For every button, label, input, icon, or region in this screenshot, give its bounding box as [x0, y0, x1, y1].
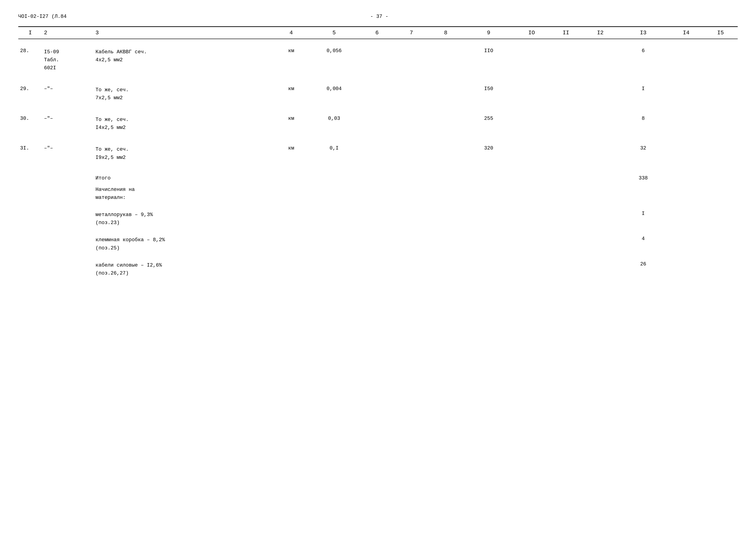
summary-nacisleniya-row: Начисления наматериалн:	[18, 183, 738, 204]
summary-metallorukav-label: металлорукав – 9,3%(поз.23)	[94, 208, 274, 229]
row-30-desc: То же, сеч.I4x2,5 мм2	[94, 113, 274, 134]
spacer	[18, 104, 738, 113]
row-31-col9: 320	[463, 143, 514, 164]
header-center: - 37 -	[370, 14, 388, 19]
col-header-11: II	[549, 27, 583, 39]
row-29-col10	[514, 84, 549, 104]
table-row: 30. –"– То же, сеч.I4x2,5 мм2 км 0,03 25…	[18, 113, 738, 134]
row-29-desc: То же, сеч.7x2,5 мм2	[94, 84, 274, 104]
row-29-ref: –"–	[42, 84, 93, 104]
row-28-desc: Кабель АКВВГ сеч.4x2,5 мм2	[94, 46, 274, 74]
row-30-col14	[669, 113, 703, 134]
summary-metallorukav-col13: I	[617, 208, 669, 229]
row-31-num: 3I.	[18, 143, 42, 164]
row-31-col13: 32	[617, 143, 669, 164]
row-30-col8	[429, 113, 463, 134]
spacer	[18, 74, 738, 84]
row-31-ref: –"–	[42, 143, 93, 164]
row-28-col10	[514, 46, 549, 74]
col-header-3: 3	[94, 27, 274, 39]
row-29-col5: 0,004	[309, 84, 360, 104]
row-31-unit: км	[274, 143, 309, 164]
row-31-col14	[669, 143, 703, 164]
summary-itogo-label: Итого	[94, 173, 274, 183]
row-28-col5: 0,056	[309, 46, 360, 74]
summary-nacisleniya-label: Начисления наматериалн:	[94, 183, 274, 204]
main-table: I 2 3 4 5 6 7 8 9 IO II I2 I3 I4 I5 28.	[18, 26, 738, 280]
summary-itogo-num	[18, 173, 42, 183]
row-28-unit: км	[274, 46, 309, 74]
spacer	[18, 39, 738, 46]
row-30-unit: км	[274, 113, 309, 134]
row-28-col13: 6	[617, 46, 669, 74]
row-29-col7	[394, 84, 429, 104]
row-30-ref: –"–	[42, 113, 93, 134]
row-31-col15	[703, 143, 738, 164]
summary-klemmnaya-col13: 4	[617, 234, 669, 254]
row-30-num: 30.	[18, 113, 42, 134]
col-header-10: IO	[514, 27, 549, 39]
col-header-7: 7	[394, 27, 429, 39]
row-29-col8	[429, 84, 463, 104]
row-29-num: 29.	[18, 84, 42, 104]
row-31-desc: То же, сеч.I9x2,5 мм2	[94, 143, 274, 164]
col-header-2: 2	[42, 27, 93, 39]
row-30-col7	[394, 113, 429, 134]
row-31-col6	[360, 143, 394, 164]
row-29-col9: I50	[463, 84, 514, 104]
row-28-ref: I5-09Табл.602I	[42, 46, 93, 74]
row-31-col5: 0,I	[309, 143, 360, 164]
col-header-15: I5	[703, 27, 738, 39]
col-header-9: 9	[463, 27, 514, 39]
col-header-12: I2	[583, 27, 617, 39]
row-28-col8	[429, 46, 463, 74]
table-row: 28. I5-09Табл.602I Кабель АКВВГ сеч.4x2,…	[18, 46, 738, 74]
summary-klemmnaya-row: клеммная коробка – 8,2%(поз.25) 4	[18, 234, 738, 254]
col-header-13: I3	[617, 27, 669, 39]
row-30-col13: 8	[617, 113, 669, 134]
row-31-col8	[429, 143, 463, 164]
row-29-col11	[549, 84, 583, 104]
spacer	[18, 229, 738, 234]
table-row: 29. –"– То же, сеч.7x2,5 мм2 км 0,004 I5…	[18, 84, 738, 104]
summary-kabeli-col13: 26	[617, 259, 669, 280]
spacer	[18, 134, 738, 143]
summary-itogo-col13: 338	[617, 173, 669, 183]
row-31-col12	[583, 143, 617, 164]
col-header-14: I4	[669, 27, 703, 39]
row-29-col6	[360, 84, 394, 104]
column-header-row: I 2 3 4 5 6 7 8 9 IO II I2 I3 I4 I5	[18, 27, 738, 39]
summary-itogo-ref	[42, 173, 93, 183]
row-28-col7	[394, 46, 429, 74]
row-29-col13: I	[617, 84, 669, 104]
row-28-col14	[669, 46, 703, 74]
row-28-col12	[583, 46, 617, 74]
page-header: ЧОI-02-I27 (Л.84 - 37 -	[18, 14, 738, 19]
summary-kabeli-label: кабели силовые – I2,6%(поз.26,27)	[94, 259, 274, 280]
spacer	[18, 254, 738, 259]
summary-metallorukav-row: металлорукав – 9,3%(поз.23) I	[18, 208, 738, 229]
row-30-col5: 0,03	[309, 113, 360, 134]
summary-klemmnaya-label: клеммная коробка – 8,2%(поз.25)	[94, 234, 274, 254]
row-30-col10	[514, 113, 549, 134]
row-30-col6	[360, 113, 394, 134]
summary-kabeli-row: кабели силовые – I2,6%(поз.26,27) 26	[18, 259, 738, 280]
col-header-1: I	[18, 27, 42, 39]
col-header-4: 4	[274, 27, 309, 39]
row-30-col12	[583, 113, 617, 134]
header-left: ЧОI-02-I27 (Л.84	[18, 14, 66, 19]
row-30-col15	[703, 113, 738, 134]
table-row: 3I. –"– То же, сеч.I9x2,5 мм2 км 0,I 320…	[18, 143, 738, 164]
row-29-col14	[669, 84, 703, 104]
spacer	[18, 204, 738, 208]
summary-itogo-col5	[309, 173, 360, 183]
row-28-col9: IIО	[463, 46, 514, 74]
table-container: I 2 3 4 5 6 7 8 9 IO II I2 I3 I4 I5 28.	[18, 26, 738, 280]
row-28-col6	[360, 46, 394, 74]
col-header-6: 6	[360, 27, 394, 39]
summary-itogo-row: Итого 338	[18, 173, 738, 183]
col-header-8: 8	[429, 27, 463, 39]
row-31-col7	[394, 143, 429, 164]
row-29-unit: км	[274, 84, 309, 104]
row-28-col15	[703, 46, 738, 74]
